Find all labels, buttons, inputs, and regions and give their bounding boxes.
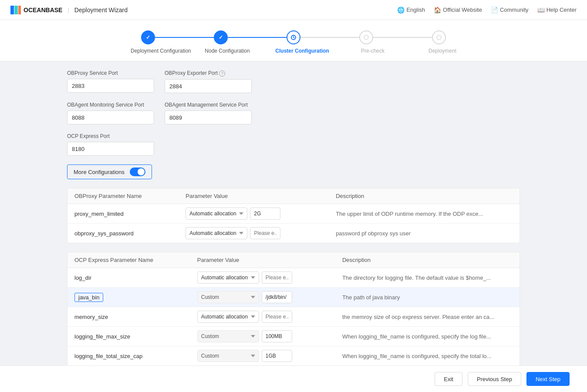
param-desc-log-max-size: When logging_file_name is configured, sp…: [335, 327, 520, 346]
param-value-log-max-size: Custom Automatic allocation: [190, 327, 335, 346]
globe-icon: 🌐: [397, 7, 405, 13]
param-name-log-total-cap: logging_file_total_size_cap: [67, 346, 190, 366]
port-row-3: OCP Express Port: [67, 133, 520, 156]
svg-point-4: [364, 35, 368, 40]
obagent-monitoring-port-input[interactable]: [67, 111, 154, 124]
table-row: java_bin Custom Automatic allocation: [67, 288, 520, 307]
param-value-memory-size: Automatic allocation Custom: [190, 307, 335, 327]
obagent-monitoring-port-group: OBAgent Monitoring Service Port: [67, 102, 154, 124]
step-circle-2: ✓: [214, 30, 228, 44]
param-name-java-bin: java_bin: [67, 288, 190, 307]
svg-rect-2: [18, 6, 21, 14]
step-line-2: [228, 37, 287, 38]
header-left: OCEANBASE | Deployment Wizard: [10, 6, 128, 14]
param-input-proxy-mem[interactable]: [250, 208, 280, 220]
help-label: Help Center: [547, 7, 577, 13]
header: OCEANBASE | Deployment Wizard 🌐 English …: [0, 0, 587, 20]
logo-text: OCEANBASE: [24, 7, 62, 13]
more-config-toggle[interactable]: [130, 168, 145, 176]
steps-track: ✓ ✓: [141, 30, 446, 44]
param-select-log-total-cap[interactable]: Custom Automatic allocation: [197, 350, 259, 362]
table-row: memory_size Automatic allocation Custom …: [67, 307, 520, 327]
param-select-memory-size[interactable]: Automatic allocation Custom: [197, 311, 259, 323]
obproxy-service-port-group: OBProxy Service Port: [67, 70, 154, 93]
steps-labels: Deployment Configuration Node Configurat…: [141, 48, 446, 54]
port-row-1: OBProxy Service Port OBProxy Exporter Po…: [67, 70, 520, 93]
param-name-memory-size: memory_size: [67, 307, 190, 327]
home-icon: 🏠: [434, 7, 441, 13]
more-config-label: More Configurations: [74, 169, 125, 175]
official-website-nav[interactable]: 🏠 Official Website: [434, 7, 482, 13]
wizard-title: Deployment Wizard: [74, 7, 128, 13]
obproxy-table-scroll[interactable]: OBProxy Parameter Name Parameter Value D…: [67, 188, 520, 243]
step-line-3: [300, 37, 359, 38]
obagent-management-port-label: OBAgent Management Service Port: [165, 102, 252, 108]
svg-rect-0: [10, 6, 14, 14]
logo-icon: [10, 6, 21, 14]
ocp-col1-header: OCP Express Parameter Name: [67, 252, 190, 268]
obagent-management-port-group: OBAgent Management Service Port: [165, 102, 252, 124]
param-select-log-dir[interactable]: Automatic allocation Custom: [197, 271, 259, 284]
table-row: logging_file_total_size_cap Custom Autom…: [67, 346, 520, 366]
ocp-express-params-table: OCP Express Parameter Name Parameter Val…: [67, 252, 520, 375]
param-select-log-max-size[interactable]: Custom Automatic allocation: [197, 330, 259, 342]
param-name-log-dir: log_dir: [67, 268, 190, 288]
next-step-button[interactable]: Next Step: [526, 372, 570, 386]
exit-button[interactable]: Exit: [435, 372, 462, 386]
ocp-col3-header: Description: [335, 252, 520, 268]
step-deployment[interactable]: [432, 30, 446, 44]
step-cluster-config[interactable]: [287, 30, 300, 44]
obproxy-exporter-port-input[interactable]: [165, 79, 252, 93]
step-label-5: Deployment: [413, 48, 456, 54]
obproxy-params-table: OBProxy Parameter Name Parameter Value D…: [67, 188, 520, 243]
more-configurations-row[interactable]: More Configurations: [67, 164, 152, 179]
java-bin-selected: java_bin: [74, 293, 103, 302]
table-row: log_dir Automatic allocation Custom The …: [67, 268, 520, 288]
param-value-java-bin: Custom Automatic allocation: [190, 288, 335, 307]
step-pre-check[interactable]: [359, 30, 373, 44]
param-value-proxy-mem: Automatic allocation Custom: [179, 204, 329, 224]
param-select-proxy-mem[interactable]: Automatic allocation Custom: [186, 208, 247, 220]
language-nav[interactable]: 🌐 English: [397, 7, 425, 13]
param-input-obproxy-sys-pwd[interactable]: [250, 227, 280, 239]
step-label-2: Node Configuration: [201, 48, 253, 54]
obproxy-exporter-help-icon[interactable]: ?: [219, 70, 225, 77]
obproxy-exporter-port-group: OBProxy Exporter Port ?: [165, 70, 252, 93]
official-label: Official Website: [443, 7, 482, 13]
param-input-log-max-size[interactable]: [262, 330, 292, 342]
ocp-table-scroll[interactable]: OCP Express Parameter Name Parameter Val…: [67, 252, 520, 374]
ocp-config-table: OCP Express Parameter Name Parameter Val…: [67, 252, 520, 374]
param-select-java-bin[interactable]: Custom Automatic allocation: [197, 291, 259, 303]
logo: OCEANBASE: [10, 6, 62, 14]
param-input-log-total-cap[interactable]: [262, 350, 292, 362]
step-deployment-config[interactable]: ✓: [141, 30, 155, 44]
obagent-management-port-input[interactable]: [165, 111, 252, 124]
param-input-log-dir[interactable]: [262, 271, 292, 284]
param-desc-log-total-cap: When logging_file_name is configured, sp…: [335, 346, 520, 366]
community-icon: 📄: [491, 7, 498, 13]
param-desc-memory-size: the memroy size of ocp express server. P…: [335, 307, 520, 327]
obproxy-col1-header: OBProxy Parameter Name: [67, 188, 179, 204]
obproxy-service-port-input[interactable]: [67, 79, 154, 93]
obproxy-col3-header: Description: [329, 188, 520, 204]
step-label-4: Pre-check: [351, 48, 395, 54]
step-label-3: Cluster Configuration: [272, 48, 333, 54]
help-center-nav[interactable]: 📖 Help Center: [537, 7, 577, 13]
step-node-config[interactable]: ✓: [214, 30, 228, 44]
community-nav[interactable]: 📄 Community: [491, 7, 529, 13]
param-select-obproxy-sys-pwd[interactable]: Automatic allocation Custom: [186, 227, 247, 239]
ocp-express-port-label: OCP Express Port: [67, 133, 154, 139]
previous-step-button[interactable]: Previous Step: [468, 372, 521, 386]
param-name-proxy-mem: proxy_mem_limited: [67, 204, 179, 224]
param-input-java-bin[interactable]: [262, 291, 292, 303]
step-circle-3: [287, 30, 300, 44]
param-desc-log-dir: The directory for logging file. The defa…: [335, 268, 520, 288]
ocp-express-port-input[interactable]: [67, 142, 154, 156]
param-desc-obproxy-sys-pwd: password pf obproxy sys user: [329, 224, 520, 243]
footer: Exit Previous Step Next Step: [0, 365, 587, 392]
ocp-express-port-group: OCP Express Port: [67, 133, 154, 156]
port-row-2: OBAgent Monitoring Service Port OBAgent …: [67, 102, 520, 124]
param-input-memory-size[interactable]: [262, 311, 292, 323]
param-value-log-total-cap: Custom Automatic allocation: [190, 346, 335, 366]
main-content: OBProxy Service Port OBProxy Exporter Po…: [32, 61, 555, 392]
